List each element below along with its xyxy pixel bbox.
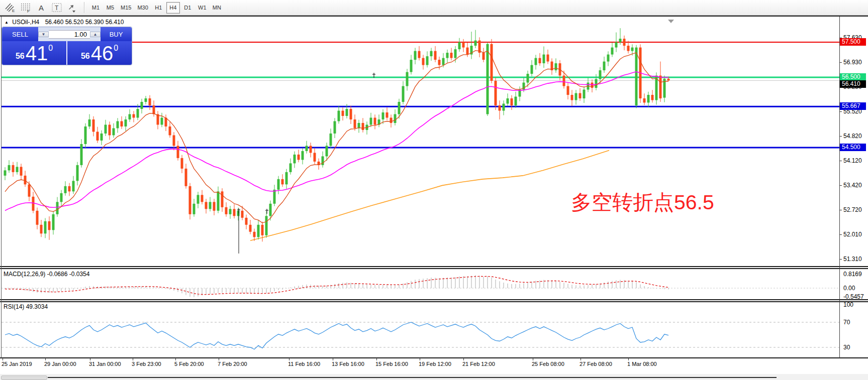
fibonacci-tool-icon[interactable]: F: [19, 2, 33, 14]
macd-scale-label: 0.00: [843, 285, 855, 292]
panel-divider: [0, 268, 868, 269]
time-axis-tick: [376, 358, 377, 360]
text-tool-icon[interactable]: A: [35, 2, 48, 14]
time-axis-label: 29 Jan 00:00: [44, 361, 76, 367]
volume-up-button[interactable]: ▲: [90, 32, 101, 37]
time-axis-label: 31 Jan 00:00: [89, 361, 121, 367]
svg-text:F: F: [27, 9, 30, 13]
volume-down-button[interactable]: ▼: [38, 32, 49, 37]
rsi-line: [5, 322, 668, 349]
trade-panel-prices: 56 41 0 56 46 0: [2, 41, 132, 65]
timeframe-D1[interactable]: D1: [181, 2, 195, 14]
buy-price-prefix: 56: [81, 52, 90, 61]
chart-shift-icon: [668, 20, 674, 23]
rsi-scale-label: 70: [843, 319, 850, 326]
time-axis-tick: [90, 358, 90, 360]
price-tick-mark: [839, 259, 842, 260]
timeframe-M30[interactable]: M30: [135, 2, 150, 14]
buy-price[interactable]: 56 46 0: [67, 41, 132, 65]
price-level-badge: 55.667: [840, 102, 866, 110]
price-level-badge: 57.500: [840, 38, 866, 46]
macd-label: MACD(12,26,9) -0.0686 -0.0354: [4, 271, 89, 278]
time-axis-label: 19 Feb 12:00: [419, 361, 451, 367]
svg-text:A: A: [39, 4, 44, 12]
buy-price-big: 46: [91, 43, 114, 63]
price-tick-mark: [839, 234, 842, 235]
mt4-window: EFAT M1M5M15M30H1H4D1W1MN ▲ USOil-,H4 56…: [0, 0, 868, 380]
scrollbar-thumb[interactable]: [1, 375, 47, 380]
panel-divider[interactable]: [0, 299, 868, 300]
price-axis-line[interactable]: [839, 17, 840, 358]
timeframe-MN[interactable]: MN: [210, 2, 224, 14]
panel-divider[interactable]: [0, 266, 868, 267]
time-axis-tick: [3, 358, 3, 360]
arrows-tool-icon-glyph: [67, 2, 79, 13]
macd-scale-label: -0.5457: [843, 294, 864, 300]
time-axis-label: 27 Feb 08:00: [580, 361, 612, 367]
arrows-tool-icon[interactable]: [66, 2, 79, 14]
chart-left-border: [1, 17, 2, 358]
timeframe-H4[interactable]: H4: [166, 2, 180, 14]
time-axis-tick: [581, 358, 581, 360]
price-tick-mark: [839, 210, 842, 210]
timeframe-M1[interactable]: M1: [89, 2, 103, 14]
rsi-scale-label: 30: [843, 344, 850, 351]
price-tick-label: 54.120: [843, 158, 862, 164]
time-axis-tick: [133, 358, 133, 360]
price-tick-mark: [839, 161, 842, 161]
price-tick-mark: [839, 111, 842, 112]
macd-canvas[interactable]: [0, 270, 868, 299]
time-axis-tick: [289, 358, 290, 360]
timeframe-M15[interactable]: M15: [118, 2, 134, 14]
sell-button[interactable]: SELL: [2, 27, 38, 41]
text-tool-icon-glyph: A: [36, 2, 48, 13]
price-level-badge: 56.410: [840, 80, 866, 88]
time-axis-label: 15 Feb 16:00: [375, 361, 408, 367]
price-tick-mark: [839, 185, 842, 186]
price-tick-label: 56.930: [843, 59, 862, 66]
price-tick-label: 54.820: [843, 133, 862, 140]
trade-marker-icon: [265, 209, 268, 214]
timeframes-group: M1M5M15M30H1H4D1W1MN: [88, 2, 224, 14]
buy-button[interactable]: BUY: [101, 27, 132, 41]
time-axis-label: 5 Feb 20:00: [174, 361, 204, 367]
sell-price-big: 41: [26, 43, 48, 63]
rsi-label: RSI(14) 49.3034: [4, 303, 48, 310]
scrollbar-track-line: [48, 377, 777, 378]
buy-price-sup: 0: [114, 44, 118, 53]
rsi-canvas[interactable]: [0, 302, 868, 358]
price-tick-label: 51.310: [843, 256, 862, 263]
volume-input[interactable]: [49, 30, 90, 39]
timeframe-W1[interactable]: W1: [196, 2, 209, 14]
toolbar: EFAT M1M5M15M30H1H4D1W1MN: [0, 0, 868, 16]
time-axis-label: 3 Feb 23:00: [132, 361, 161, 367]
horizontal-scrollbar[interactable]: [0, 374, 868, 380]
time-axis-tick: [628, 358, 629, 360]
toolbar-separator: [84, 2, 85, 13]
chart-text-annotation: 多空转折点56.5: [571, 189, 714, 216]
macd-scale-label: 0.8169: [843, 271, 862, 278]
time-axis-label: 21 Feb 12:00: [462, 361, 495, 367]
price-tick-label: 52.010: [843, 231, 862, 238]
ellipse-tool-icon[interactable]: E: [4, 2, 17, 14]
svg-text:T: T: [55, 5, 59, 12]
ma-slow-line: [250, 151, 609, 241]
price-tick-label: 52.720: [843, 207, 862, 213]
trade-panel-controls: SELL ▼ ▲ BUY: [2, 27, 132, 41]
time-axis-label: 25 Jan 2019: [2, 361, 32, 367]
timeframe-M5[interactable]: M5: [104, 2, 117, 14]
price-tick-label: 53.420: [843, 182, 862, 189]
time-axis-tick: [533, 358, 533, 360]
rsi-scale-label: 100: [843, 302, 853, 308]
macd-signal-line: [5, 276, 668, 294]
macd-histogram: [5, 275, 668, 297]
timeframe-H1[interactable]: H1: [152, 2, 165, 14]
sell-price-prefix: 56: [16, 52, 25, 61]
time-axis-tick: [463, 358, 464, 360]
time-axis-tick: [175, 358, 176, 360]
ma-fast-line: [5, 51, 668, 223]
drawing-tools-group: EFAT: [3, 2, 80, 14]
label-tool-icon[interactable]: T: [50, 2, 64, 14]
time-axis-border: [0, 357, 868, 358]
sell-price[interactable]: 56 41 0: [2, 41, 66, 65]
